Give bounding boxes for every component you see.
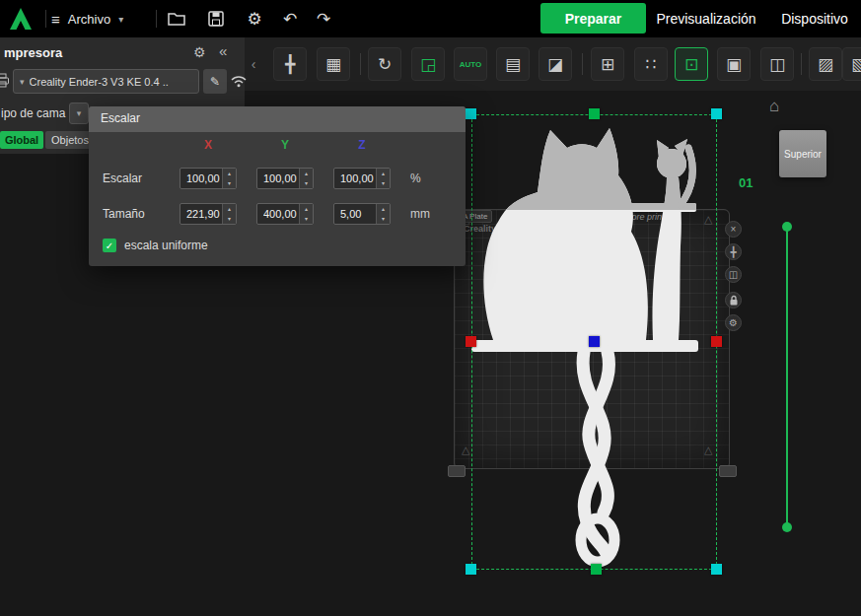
scale-z-field: ▴▾	[333, 168, 391, 189]
chevron-left-icon: ‹	[251, 56, 256, 72]
scale-handle-bottom-mid[interactable]	[591, 564, 602, 575]
arrange-all-tool-button[interactable]: ∷	[634, 47, 668, 81]
spinner-up-icon[interactable]: ▴	[223, 204, 236, 214]
printer-settings-gear-icon[interactable]: ⚙	[193, 44, 206, 60]
settings-button[interactable]: ⚙	[242, 0, 267, 37]
size-x-field: ▴▾	[179, 203, 237, 225]
plate-layout-tool-button[interactable]: ▤	[496, 47, 530, 81]
spinner-down-icon[interactable]: ▾	[377, 214, 390, 224]
home-view-button[interactable]: ⌂	[769, 97, 779, 116]
lattice-tool-button[interactable]: ▧	[842, 47, 861, 81]
move-tool-button[interactable]: ╋	[273, 47, 307, 81]
close-button[interactable]: ×	[725, 221, 742, 238]
pencil-icon: ✎	[210, 75, 220, 89]
size-y-field: ▴▾	[256, 203, 314, 225]
mirror-button[interactable]: ◫	[725, 266, 742, 283]
toolbar-separator	[360, 53, 361, 75]
scale-handle-top-left[interactable]	[466, 108, 476, 119]
layer-slider-bottom-handle[interactable]	[782, 522, 792, 532]
tab-objetos[interactable]: Objetos	[45, 131, 95, 149]
scale-handle-mid-right[interactable]	[711, 336, 722, 347]
scale-handle-bottom-left[interactable]	[466, 564, 476, 575]
view-cube[interactable]: Superior	[779, 130, 826, 177]
scale-dialog-title: Escalar	[101, 111, 140, 125]
app-window: △ △ △ △ A Plate Creality S fore print ✎	[0, 0, 861, 616]
folder-icon	[168, 12, 185, 26]
scale-y-spinner[interactable]: ▴▾	[299, 169, 313, 188]
chevron-down-icon: ▾	[118, 14, 123, 25]
rotate-tool-button[interactable]: ↻	[368, 47, 401, 81]
hatch-tool-button[interactable]: ▨	[809, 47, 842, 81]
edit-printer-button[interactable]: ✎	[203, 69, 227, 94]
bed-type-label: ipo de cama	[1, 106, 65, 120]
toolbar-separator	[582, 53, 583, 75]
stack-tool-button[interactable]: ▣	[717, 47, 751, 81]
top-menubar: ≡ Archivo ▾ ⚙ ↶ ↷ Preparar Previsualizac…	[0, 0, 861, 37]
bed-type-dropdown[interactable]: ▾	[69, 103, 89, 124]
auto-orient-tool-button[interactable]: AUTO	[454, 47, 487, 81]
fit-view-button[interactable]: ╋	[725, 243, 742, 260]
redo-button[interactable]: ↷	[311, 0, 336, 37]
arrange-tool-button[interactable]: ⊞	[591, 47, 624, 81]
topbar-separator	[45, 10, 46, 28]
scale-x-spinner[interactable]: ▴▾	[222, 169, 236, 188]
seam-icon: ◪	[547, 54, 563, 75]
arrange-all-icon: ∷	[646, 54, 657, 75]
undo-button[interactable]: ↶	[277, 0, 303, 37]
scale-z-spinner[interactable]: ▴▾	[376, 169, 390, 188]
spinner-up-icon[interactable]: ▴	[300, 169, 313, 178]
transform-grid-icon: ▦	[325, 54, 341, 75]
clone-icon: ◫	[769, 54, 785, 75]
size-x-spinner[interactable]: ▴▾	[222, 204, 236, 224]
uniform-scale-label: escala uniforme	[124, 239, 208, 252]
printer-select-dropdown[interactable]: ▾ Creality Ender-3 V3 KE 0.4 ..	[13, 69, 199, 94]
check-icon: ✓	[106, 240, 113, 251]
file-menu[interactable]: ≡ Archivo ▾	[51, 0, 123, 37]
collapse-viewport-panel-button[interactable]: ‹	[247, 49, 260, 79]
spinner-down-icon[interactable]: ▾	[300, 214, 313, 224]
seam-tool-button[interactable]: ◪	[538, 47, 572, 81]
scale-handle-bottom-right[interactable]	[711, 564, 722, 575]
scale-tool-button[interactable]: ◲	[411, 47, 445, 81]
spinner-up-icon[interactable]: ▴	[223, 169, 236, 178]
layer-slider-top-handle[interactable]	[782, 222, 792, 232]
transform-tool-button[interactable]: ▦	[317, 47, 350, 81]
spinner-down-icon[interactable]: ▾	[300, 178, 313, 188]
scale-handle-mid-left[interactable]	[466, 336, 476, 347]
close-icon: ×	[731, 224, 737, 235]
clone-tool-button[interactable]: ◫	[760, 47, 794, 81]
save-button[interactable]	[203, 0, 229, 37]
tab-dispositivo[interactable]: Dispositivo	[769, 0, 860, 37]
collapse-panel-icon[interactable]: «	[219, 42, 227, 59]
open-file-button[interactable]	[164, 0, 189, 37]
scale-handle-center[interactable]	[589, 336, 600, 347]
scale-dialog-titlebar[interactable]: Escalar	[89, 106, 466, 132]
size-z-field: ▴▾	[333, 203, 391, 225]
tab-preparar[interactable]: Preparar	[540, 3, 646, 34]
tab-global[interactable]: Global	[0, 131, 43, 149]
spinner-down-icon[interactable]: ▾	[377, 178, 390, 188]
scale-row-label: Escalar	[103, 171, 142, 185]
lock-icon	[729, 295, 739, 307]
settings-button[interactable]: ⚙	[725, 314, 742, 331]
scale-dialog: Escalar X Y Z Escalar ▴▾ ▴▾ ▴▾ % Tamaño …	[89, 106, 466, 266]
scale-handle-top-mid[interactable]	[589, 108, 600, 119]
wifi-icon[interactable]	[231, 75, 247, 88]
spinner-down-icon[interactable]: ▾	[223, 214, 236, 224]
uniform-scale-checkbox[interactable]: ✓	[103, 239, 116, 252]
tab-dispositivo-label: Dispositivo	[781, 11, 848, 27]
layer-slider-track[interactable]	[786, 227, 788, 525]
spinner-up-icon[interactable]: ▴	[377, 204, 390, 214]
printer-icon	[0, 73, 10, 89]
size-z-spinner[interactable]: ▴▾	[376, 204, 390, 224]
fit-plate-tool-button[interactable]: ⊡	[675, 47, 708, 81]
spinner-up-icon[interactable]: ▴	[300, 204, 313, 214]
scale-handle-top-right[interactable]	[711, 108, 722, 119]
tab-previsualizacion[interactable]: Previsualización	[649, 0, 763, 37]
spinner-down-icon[interactable]: ▾	[223, 178, 236, 188]
lattice-icon: ▧	[851, 54, 861, 75]
spinner-up-icon[interactable]: ▴	[377, 169, 390, 178]
size-y-spinner[interactable]: ▴▾	[299, 204, 313, 224]
rotate-icon: ↻	[378, 54, 392, 75]
lock-button[interactable]	[725, 292, 742, 308]
